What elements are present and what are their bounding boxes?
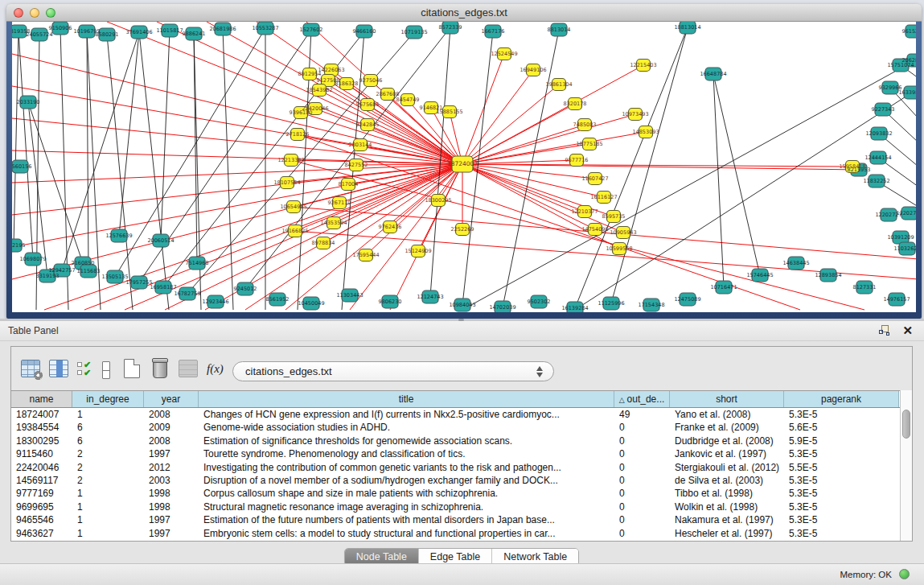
graph-node-label: 17154348 xyxy=(638,302,664,308)
graph-node-label: 8580291 xyxy=(96,31,119,38)
table-selector-dropdown[interactable]: citations_edges.txt xyxy=(232,361,554,381)
graph-node-label: 1115683 xyxy=(77,268,101,274)
scrollbar-thumb[interactable] xyxy=(902,410,910,439)
graph-node-label: 12576639 xyxy=(105,233,132,239)
table-row[interactable]: 1830029562008Estimation of significance … xyxy=(11,435,912,447)
graph-node-label: 2252269 xyxy=(451,226,474,233)
table-cell: 5.3E-5 xyxy=(784,527,899,540)
table-cell: Changes of HCN gene expression and I(f) … xyxy=(199,408,614,421)
table-row[interactable]: 946554611997Estimation of the future num… xyxy=(11,513,912,526)
citation-edge-red xyxy=(291,160,864,310)
table-row[interactable]: 911546021997Tourette syndrome. Phenomeno… xyxy=(11,447,912,460)
table-cell: 5.3E-5 xyxy=(784,487,899,500)
import-table-button[interactable] xyxy=(179,360,201,382)
column-header-name[interactable]: name xyxy=(11,391,72,407)
table-cell: Corpus callosum shape and size in male p… xyxy=(199,487,614,500)
graph-node-label: 7485083 xyxy=(573,122,597,128)
table-row[interactable]: 969969511998Structural magnetic resonanc… xyxy=(11,501,912,513)
table-cell: 1998 xyxy=(144,501,199,513)
graph-node-label: 14226063 xyxy=(318,67,344,73)
table-row[interactable]: 1872400712008Changes of HCN gene express… xyxy=(11,408,912,421)
graph-node-label: 14853093 xyxy=(632,129,659,135)
table-cell: 18300295 xyxy=(11,435,72,447)
window-titlebar[interactable]: citations_edges.txt xyxy=(6,4,922,22)
unselect-all-button[interactable] xyxy=(102,361,125,384)
show-columns-button[interactable] xyxy=(49,360,72,382)
column-header-out_de[interactable]: △out_de... xyxy=(614,391,670,407)
graph-node-label: 2718126 xyxy=(286,131,310,138)
graph-node-label: 12475089 xyxy=(674,296,700,303)
table-row[interactable]: 1938455462009Genome-wide association stu… xyxy=(11,421,912,434)
table-cell: Hescheler et al. (1997) xyxy=(670,527,784,540)
citation-edge-red xyxy=(207,22,462,164)
column-header-in_degree[interactable]: in_degree xyxy=(72,391,144,407)
table-cell: 5.3E-5 xyxy=(784,513,899,526)
delete-column-button[interactable] xyxy=(153,360,175,382)
table-cell: 18724007 xyxy=(11,408,72,421)
table-cell: 2012 xyxy=(144,461,199,474)
table-cell: 6 xyxy=(72,435,144,447)
citation-edge-black xyxy=(87,31,88,271)
column-header-year[interactable]: year xyxy=(144,391,199,407)
table-cell: 14569117 xyxy=(11,474,72,487)
table-toolbar: ✔ ✔ f(x) citations_edges.txt xyxy=(11,347,912,390)
memory-ok-icon[interactable] xyxy=(899,569,910,579)
table-panel-inner: ✔ ✔ f(x) citations_edges.txt xyxy=(10,346,913,542)
table-mode-button[interactable] xyxy=(21,360,43,382)
table-cell: 5.9E-5 xyxy=(784,435,899,447)
table-cell: 5.3E-5 xyxy=(784,408,899,421)
graph-node-label: 8320178 xyxy=(564,101,587,107)
table-cell: 9777169 xyxy=(11,487,72,500)
table-cell: 9699695 xyxy=(11,501,72,513)
table-row[interactable]: 1456911722003Disruption of a novel membe… xyxy=(11,474,912,487)
table-cell: 2008 xyxy=(144,435,199,447)
citation-edge-red xyxy=(12,164,462,215)
function-builder-button[interactable]: f(x) xyxy=(207,362,229,385)
table-cell: 9115460 xyxy=(11,447,72,460)
citation-edge-black xyxy=(575,27,688,308)
citation-edge-red xyxy=(462,84,559,164)
graph-node-label: 9267110 xyxy=(328,200,351,206)
graph-node-label: 10599558 xyxy=(606,245,632,252)
graph-node-label: 19166825 xyxy=(281,228,308,234)
graph-node-label: 9806230 xyxy=(379,299,402,305)
graph-node-label: 24055724 xyxy=(26,31,52,38)
graph-node-label: 16949106 xyxy=(519,67,546,73)
citation-edge-red xyxy=(462,70,533,164)
citation-edge-black xyxy=(36,35,39,310)
table-scrollbar[interactable] xyxy=(900,390,912,541)
table-cell: 2 xyxy=(72,474,144,487)
table-row[interactable]: 946362711997Embryonic stem cells: a mode… xyxy=(11,527,912,540)
graph-node-label: 8127331 xyxy=(853,284,877,290)
graph-node-label: 8852195 xyxy=(12,242,25,249)
column-header-short[interactable]: short xyxy=(670,391,784,407)
new-document-icon xyxy=(124,359,140,378)
float-panel-icon[interactable] xyxy=(879,325,890,336)
table-row[interactable]: 977716911998Corpus callosum shape and si… xyxy=(11,487,912,500)
graph-node-label: 8427552 xyxy=(345,162,368,168)
graph-node-label: 9615226 xyxy=(902,28,916,35)
network-canvas[interactable]: 1872400733193582405572491509061019679585… xyxy=(12,22,916,312)
select-all-button[interactable]: ✔ ✔ xyxy=(77,360,100,383)
column-header-title[interactable]: title xyxy=(199,391,614,407)
graph-node-label: 16339895 xyxy=(898,89,916,96)
graph-node-label: 8561952 xyxy=(266,296,290,303)
graph-node-label: 15124909 xyxy=(405,248,431,254)
table-cell: Yano et al. (2008) xyxy=(670,408,784,421)
graph-node-label: 8572339 xyxy=(439,24,462,31)
graph-node-label: 14353594 xyxy=(320,220,347,226)
graph-node-label: 12444154 xyxy=(864,154,891,161)
citation-edge-red xyxy=(462,164,595,229)
graph-node-label: 8978834 xyxy=(312,240,335,246)
graph-node-label: 16958187 xyxy=(150,284,176,290)
disabled-grid-icon xyxy=(179,360,198,377)
graph-node-label: 12942757 xyxy=(48,267,75,274)
column-header-pagerank[interactable]: pagerank xyxy=(784,391,899,407)
table-row[interactable]: 2242004622012Investigating the contribut… xyxy=(11,461,912,474)
checklist-icon: ✔ ✔ xyxy=(77,360,100,377)
close-panel-icon[interactable]: ✕ xyxy=(902,323,913,338)
citation-edge-black xyxy=(462,60,915,310)
graph-node-label: 9275046 xyxy=(359,77,383,84)
new-column-button[interactable] xyxy=(124,359,146,381)
citation-edge-red xyxy=(12,54,462,164)
